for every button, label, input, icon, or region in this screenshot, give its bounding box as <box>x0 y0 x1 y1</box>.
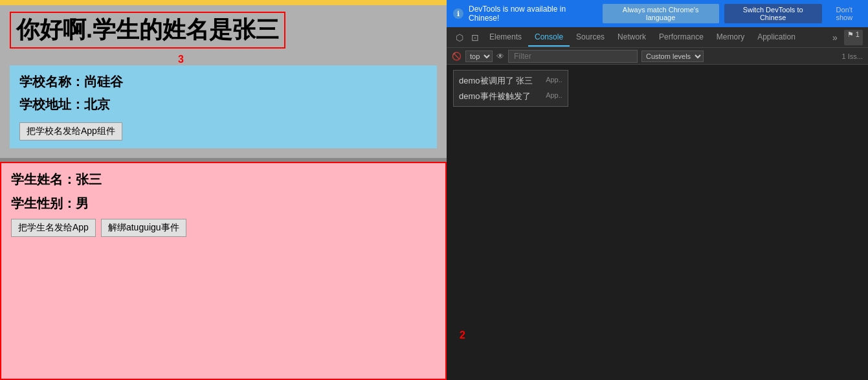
app-title: 你好啊.学生的姓名是张三 <box>10 12 285 49</box>
unbind-button[interactable]: 解绑atuguigu事件 <box>101 219 186 237</box>
devtools-info-text: DevTools is now available in Chinese! <box>469 5 597 23</box>
context-selector[interactable]: top <box>465 50 493 62</box>
devtools-panel: ℹ DevTools is now available in Chinese! … <box>447 0 868 380</box>
label-3: 3 <box>178 54 437 65</box>
tab-network[interactable]: Network <box>611 28 652 47</box>
tab-console[interactable]: Console <box>528 28 570 47</box>
eye-icon[interactable]: 👁 <box>496 52 504 61</box>
student-buttons: 把学生名发给App 解绑atuguigu事件 <box>11 219 436 237</box>
app-label-right-1: App.. <box>546 74 562 87</box>
school-name: 学校名称：尚硅谷 <box>19 73 427 91</box>
app-label-right-2: App.. <box>546 90 562 103</box>
dont-show-button[interactable]: Don't show <box>827 6 862 21</box>
mobile-icon[interactable]: ⊡ <box>467 30 483 45</box>
send-school-button[interactable]: 把学校名发给App组件 <box>19 122 122 140</box>
tab-application[interactable]: Application <box>751 28 802 47</box>
top-bar <box>0 0 447 5</box>
label-2: 2 <box>460 330 465 341</box>
student-component: 学生姓名：张三 学生性别：男 把学生名发给App 解绑atuguigu事件 <box>0 162 447 380</box>
console-tooltip-box: demo被调用了 张三 App.. demo事件被触发了 App.. <box>453 70 568 107</box>
more-tabs-icon[interactable]: » <box>829 30 841 45</box>
tab-performance[interactable]: Performance <box>652 28 710 47</box>
devtools-info-bar: ℹ DevTools is now available in Chinese! … <box>447 0 868 27</box>
app-component: 你好啊.学生的姓名是张三 3 学校名称：尚硅谷 学校地址：北京 把学校名发给Ap… <box>0 5 447 158</box>
filter-input[interactable] <box>508 50 638 63</box>
info-icon: ℹ <box>453 8 463 19</box>
student-gender: 学生性别：男 <box>11 195 436 212</box>
tab-more-icons: » ⚑ 1 <box>829 30 863 45</box>
switch-devtools-button[interactable]: Switch DevTools to Chinese <box>724 4 822 23</box>
issues-count: ⚑ 1 <box>844 30 863 45</box>
always-match-button[interactable]: Always match Chrome's language <box>603 4 719 23</box>
send-student-button[interactable]: 把学生名发给App <box>11 219 96 237</box>
student-name: 学生姓名：张三 <box>11 171 436 188</box>
console-content: demo被调用了 张三 App.. demo事件被触发了 App.. 2 <box>447 65 868 380</box>
log-level-select[interactable]: Custom levels <box>641 50 704 62</box>
tab-memory[interactable]: Memory <box>710 28 751 47</box>
cursor-icon[interactable]: ⬡ <box>452 30 467 45</box>
tab-sources[interactable]: Sources <box>570 28 611 47</box>
browser-panel: 你好啊.学生的姓名是张三 3 学校名称：尚硅谷 学校地址：北京 把学校名发给Ap… <box>0 0 447 380</box>
block-icon[interactable]: 🚫 <box>452 52 462 61</box>
devtools-toolbar: ⬡ ⊡ Elements Console Sources Network Per… <box>447 27 868 48</box>
console-toolbar: 🚫 top 👁 Custom levels 1 Iss... <box>447 48 868 65</box>
school-address: 学校地址：北京 <box>19 96 427 113</box>
console-log-2: demo事件被触发了 <box>459 90 531 103</box>
school-section: 学校名称：尚硅谷 学校地址：北京 把学校名发给App组件 <box>10 65 437 148</box>
tab-elements[interactable]: Elements <box>483 28 528 47</box>
console-log-1: demo被调用了 张三 <box>459 74 533 87</box>
issues-label: 1 Iss... <box>842 52 863 60</box>
